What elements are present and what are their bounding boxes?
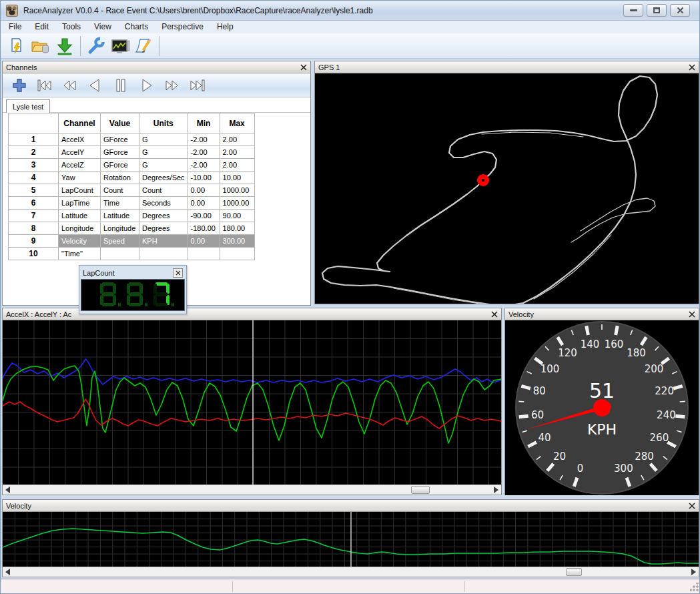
table-cell[interactable]: G — [139, 159, 188, 172]
table-row[interactable]: 3AccelZGForceG-2.002.00 — [9, 159, 255, 172]
row-number[interactable]: 10 — [9, 248, 59, 260]
row-number[interactable]: 1 — [9, 133, 59, 146]
table-cell[interactable]: 2.00 — [220, 133, 254, 146]
fast-forward-button[interactable] — [163, 77, 180, 94]
table-cell[interactable]: -90.00 — [188, 210, 220, 222]
table-cell[interactable]: Yaw — [59, 172, 101, 184]
scrollbar-thumb[interactable] — [566, 568, 582, 576]
menu-item-charts[interactable]: Charts — [118, 21, 155, 33]
column-header[interactable]: Units — [139, 113, 188, 133]
minimize-button[interactable] — [623, 4, 643, 17]
table-cell[interactable] — [139, 248, 188, 260]
scroll-left-arrow[interactable] — [5, 569, 10, 575]
strip-close-button[interactable] — [689, 503, 695, 509]
row-number[interactable]: 6 — [9, 197, 59, 210]
strip-panel-titlebar[interactable]: Velocity — [3, 500, 699, 512]
strip-scrollbar[interactable] — [3, 567, 699, 577]
menu-item-view[interactable]: View — [87, 21, 118, 33]
gps-close-button[interactable] — [689, 64, 695, 71]
configure-button[interactable] — [84, 35, 108, 57]
menu-item-help[interactable]: Help — [210, 21, 240, 33]
lapcount-close-button[interactable] — [173, 268, 183, 278]
table-cell[interactable]: Latitude — [101, 210, 139, 222]
row-number[interactable]: 2 — [9, 146, 59, 159]
table-cell[interactable]: 1000.00 — [220, 184, 254, 197]
table-cell[interactable]: Longitude — [59, 222, 101, 235]
table-cell[interactable]: Velocity — [59, 235, 101, 248]
column-header[interactable]: Channel — [59, 113, 101, 133]
scroll-left-arrow[interactable] — [5, 487, 10, 493]
table-cell[interactable]: AccelZ — [59, 159, 101, 172]
table-row[interactable]: 9VelocitySpeedKPH0.00300.00 — [9, 235, 255, 248]
add-chart-button[interactable] — [108, 35, 132, 57]
table-row[interactable]: 5LapCountCountCount0.001000.00 — [9, 184, 255, 197]
table-cell[interactable]: LapTime — [59, 197, 101, 210]
gauge-panel-titlebar[interactable]: Velocity — [505, 308, 699, 320]
tab-lysle-test[interactable]: Lysle test — [6, 99, 50, 113]
table-row[interactable]: 10"Time" — [9, 248, 255, 260]
close-button[interactable] — [670, 4, 690, 17]
open-race-event-button[interactable] — [29, 35, 53, 57]
row-number[interactable]: 4 — [9, 172, 59, 184]
menu-item-edit[interactable]: Edit — [28, 21, 55, 33]
table-cell[interactable]: AccelX — [59, 133, 101, 146]
menu-item-file[interactable]: File — [1, 21, 28, 33]
menu-item-perspective[interactable]: Perspective — [155, 21, 210, 33]
table-cell[interactable]: GForce — [101, 133, 139, 146]
script-editor-button[interactable] — [132, 35, 156, 57]
table-cell[interactable]: 10.00 — [220, 172, 254, 184]
table-cell[interactable]: Rotation — [101, 172, 139, 184]
pause-button[interactable] — [112, 77, 129, 94]
table-cell[interactable]: 2.00 — [220, 146, 254, 159]
table-cell[interactable] — [220, 248, 254, 260]
resize-grip[interactable] — [690, 583, 699, 591]
skip-last-button[interactable] — [188, 77, 206, 94]
gps-panel-titlebar[interactable]: GPS 1 — [315, 61, 699, 73]
accel-panel-titlebar[interactable]: AccelX : AccelY : Ac — [3, 308, 501, 320]
column-header[interactable]: Max — [220, 113, 254, 133]
table-cell[interactable]: Latitude — [59, 210, 101, 222]
table-cell[interactable]: GForce — [101, 159, 139, 172]
table-cell[interactable]: 180.00 — [220, 222, 254, 235]
add-channel-button[interactable] — [11, 77, 28, 94]
table-cell[interactable]: "Time" — [59, 248, 101, 260]
table-cell[interactable]: -2.00 — [188, 133, 220, 146]
maximize-button[interactable] — [647, 4, 667, 17]
window-titlebar[interactable]: RaceAnalyzer V0.0.4 - Race Event C:\User… — [1, 1, 700, 21]
column-header[interactable]: Min — [188, 113, 220, 133]
scroll-right-arrow[interactable] — [691, 569, 696, 575]
row-number[interactable]: 9 — [9, 235, 59, 248]
table-cell[interactable]: KPH — [139, 235, 188, 248]
table-cell[interactable]: 300.00 — [220, 235, 254, 248]
table-cell[interactable]: LapCount — [59, 184, 101, 197]
strip-chart-area[interactable] — [3, 512, 699, 567]
table-cell[interactable]: Longitude — [101, 222, 139, 235]
accel-scrollbar[interactable] — [3, 485, 501, 495]
table-cell[interactable]: 0.00 — [188, 197, 220, 210]
table-cell[interactable]: G — [139, 133, 188, 146]
table-cell[interactable]: 90.00 — [220, 210, 254, 222]
table-cell[interactable]: G — [139, 146, 188, 159]
channels-panel-titlebar[interactable]: Channels — [3, 61, 310, 73]
table-cell[interactable]: -180.00 — [188, 222, 220, 235]
new-race-event-button[interactable] — [5, 35, 29, 57]
accel-chart-area[interactable] — [3, 320, 501, 485]
column-header[interactable]: Value — [101, 113, 139, 133]
table-row[interactable]: 8LongitudeLongitudeDegrees-180.00180.00 — [9, 222, 255, 235]
channels-close-button[interactable] — [300, 64, 307, 71]
gauge-close-button[interactable] — [689, 311, 695, 318]
table-cell[interactable]: -2.00 — [188, 159, 220, 172]
table-cell[interactable]: 1000.00 — [220, 197, 254, 210]
table-cell[interactable]: AccelY — [59, 146, 101, 159]
step-back-button[interactable] — [87, 77, 104, 94]
table-cell[interactable]: 0.00 — [188, 235, 220, 248]
lapcount-titlebar[interactable]: LapCount — [81, 267, 185, 279]
table-cell[interactable]: 2.00 — [220, 159, 254, 172]
fast-rewind-button[interactable] — [61, 77, 79, 94]
table-cell[interactable]: GForce — [101, 146, 139, 159]
table-cell[interactable]: 0.00 — [188, 184, 220, 197]
table-row[interactable]: 1AccelXGForceG-2.002.00 — [9, 133, 255, 146]
table-row[interactable]: 2AccelYGForceG-2.002.00 — [9, 146, 255, 159]
table-cell[interactable]: Degrees — [139, 210, 188, 222]
column-header[interactable] — [9, 113, 59, 133]
